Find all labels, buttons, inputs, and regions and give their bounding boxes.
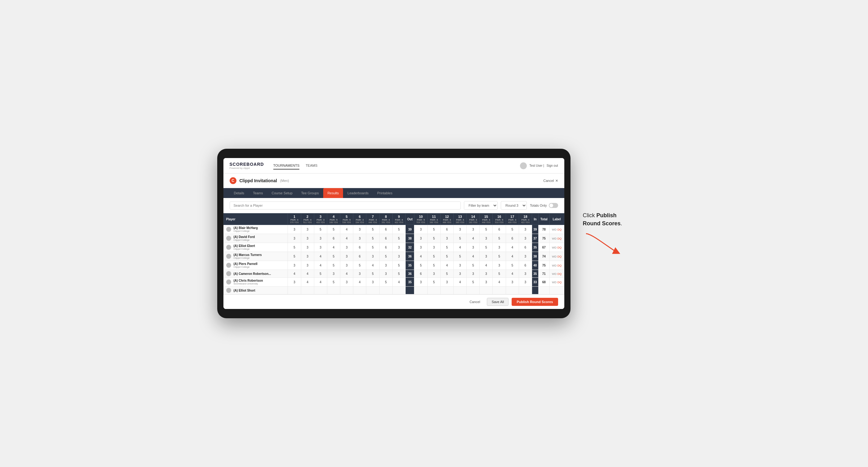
hole-15-score[interactable]: 3 [480,278,493,287]
hole-9-score[interactable]: 5 [392,225,405,234]
hole-13-score[interactable]: 4 [453,278,466,287]
hole-1-score[interactable]: 5 [288,243,301,252]
hole-1-score[interactable]: 3 [288,234,301,243]
hole-9-score[interactable]: 4 [392,278,405,287]
hole-10-score[interactable]: 6 [414,270,427,278]
team-filter-select[interactable]: Filter by team [464,201,498,210]
hole-8-score[interactable]: 6 [379,243,392,252]
label-cell[interactable] [550,287,564,294]
hole-2-score[interactable] [301,287,314,294]
hole-11-score[interactable]: 3 [427,243,440,252]
hole-9-score[interactable]: 5 [392,270,405,278]
label-cell[interactable]: WD DQ [550,234,564,243]
hole-12-score[interactable] [440,287,453,294]
hole-1-score[interactable]: 3 [288,278,301,287]
hole-18-score[interactable]: 3 [519,234,532,243]
dq-badge[interactable]: DQ [557,264,562,267]
search-input[interactable] [229,201,461,210]
hole-3-score[interactable]: 4 [314,261,327,270]
hole-10-score[interactable]: 3 [414,234,427,243]
label-cell[interactable]: WD DQ [550,270,564,278]
hole-7-score[interactable]: 5 [366,234,379,243]
hole-11-score[interactable] [427,287,440,294]
hole-9-score[interactable]: 5 [392,261,405,270]
hole-3-score[interactable]: 3 [314,243,327,252]
publish-round-scores-button[interactable]: Publish Round Scores [512,298,558,306]
tab-teams[interactable]: Teams [249,188,267,198]
hole-16-score[interactable]: 5 [493,252,506,261]
tab-printables[interactable]: Printables [373,188,397,198]
hole-5-score[interactable]: 3 [340,252,353,261]
hole-4-score[interactable] [327,287,340,294]
hole-16-score[interactable]: 3 [493,261,506,270]
hole-17-score[interactable]: 4 [506,252,519,261]
hole-9-score[interactable]: 3 [392,243,405,252]
hole-5-score[interactable]: 4 [340,225,353,234]
hole-14-score[interactable]: 5 [467,278,480,287]
label-cell[interactable]: WD DQ [550,261,564,270]
hole-18-score[interactable]: 3 [519,225,532,234]
hole-8-score[interactable]: 6 [379,225,392,234]
label-cell[interactable]: WD DQ [550,252,564,261]
hole-18-score[interactable]: 3 [519,278,532,287]
wd-badge[interactable]: WD [552,255,557,258]
tab-leaderboards[interactable]: Leaderboards [343,188,373,198]
dq-badge[interactable]: DQ [557,281,562,284]
hole-7-score[interactable]: 3 [366,278,379,287]
cancel-button[interactable]: Cancel [466,298,484,306]
save-all-button[interactable]: Save All [487,298,508,306]
hole-7-score[interactable]: 5 [366,243,379,252]
hole-15-score[interactable]: 5 [480,225,493,234]
hole-4-score[interactable]: 3 [327,270,340,278]
hole-12-score[interactable]: 3 [440,278,453,287]
wd-badge[interactable]: WD [552,264,557,267]
hole-5-score[interactable]: 3 [340,261,353,270]
hole-17-score[interactable]: 5 [506,261,519,270]
hole-14-score[interactable]: 3 [467,243,480,252]
hole-11-score[interactable]: 5 [427,252,440,261]
wd-badge[interactable]: WD [552,246,557,249]
hole-8-score[interactable]: 6 [379,234,392,243]
hole-1-score[interactable]: 5 [288,252,301,261]
hole-17-score[interactable]: 5 [506,225,519,234]
hole-1-score[interactable]: 3 [288,261,301,270]
hole-13-score[interactable]: 5 [453,234,466,243]
hole-6-score[interactable]: 6 [353,252,366,261]
hole-6-score[interactable]: 6 [353,243,366,252]
hole-17-score[interactable]: 4 [506,243,519,252]
hole-3-score[interactable]: 4 [314,252,327,261]
hole-10-score[interactable]: 5 [414,261,427,270]
hole-15-score[interactable]: 4 [480,261,493,270]
hole-17-score[interactable]: 4 [506,270,519,278]
hole-18-score[interactable] [519,287,532,294]
totals-only-toggle[interactable] [549,203,558,208]
hole-3-score[interactable] [314,287,327,294]
hole-1-score[interactable]: 3 [288,225,301,234]
hole-7-score[interactable]: 5 [366,270,379,278]
hole-7-score[interactable]: 4 [366,261,379,270]
hole-18-score[interactable]: 6 [519,261,532,270]
hole-8-score[interactable] [379,287,392,294]
wd-badge[interactable]: WD [552,228,557,231]
hole-3-score[interactable]: 5 [314,270,327,278]
hole-6-score[interactable]: 5 [353,261,366,270]
dq-badge[interactable]: DQ [557,246,562,249]
hole-2-score[interactable]: 3 [301,225,314,234]
hole-16-score[interactable] [493,287,506,294]
hole-7-score[interactable] [366,287,379,294]
hole-8-score[interactable]: 5 [379,278,392,287]
hole-8-score[interactable]: 5 [379,252,392,261]
hole-2-score[interactable]: 4 [301,278,314,287]
hole-16-score[interactable]: 3 [493,243,506,252]
player-cell[interactable]: (A) Elliot Ebert Clippd College [223,243,288,252]
player-cell[interactable]: (A) Elliot Short [223,287,288,294]
hole-17-score[interactable]: 3 [506,278,519,287]
hole-11-score[interactable]: 5 [427,278,440,287]
hole-13-score[interactable]: 3 [453,270,466,278]
hole-12-score[interactable]: 5 [440,243,453,252]
hole-13-score[interactable]: 3 [453,225,466,234]
hole-5-score[interactable] [340,287,353,294]
hole-4-score[interactable]: 4 [327,243,340,252]
player-cell[interactable]: (A) Marcus Turners Clippd College [223,252,288,261]
dq-badge[interactable]: DQ [557,237,562,240]
